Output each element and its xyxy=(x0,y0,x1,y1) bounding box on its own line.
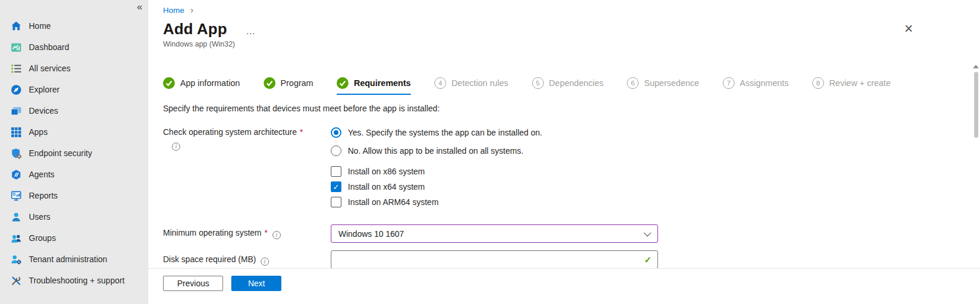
page-subtitle: Windows app (Win32) xyxy=(163,40,956,48)
sidebar-item-explorer[interactable]: Explorer xyxy=(0,79,148,100)
step-label: Detection rules xyxy=(451,78,509,88)
sidebar-item-users[interactable]: Users xyxy=(0,206,148,227)
checkbox-install-x86[interactable]: ✓ Install on x86 system xyxy=(331,166,658,177)
radio-button[interactable] xyxy=(331,146,341,156)
step-detection-rules: 4 Detection rules xyxy=(434,77,509,95)
step-label: Dependencies xyxy=(549,78,604,88)
more-options-icon[interactable]: … xyxy=(246,22,257,37)
sidebar-item-all-services[interactable]: All services xyxy=(0,58,148,79)
step-supersedence: 6 Supersedence xyxy=(627,77,699,95)
sidebar-item-troubleshooting[interactable]: Troubleshooting + support xyxy=(0,270,148,291)
sidebar-item-home[interactable]: Home xyxy=(0,15,148,37)
dashboard-icon xyxy=(11,42,22,53)
checkbox-label: Install on ARM64 system xyxy=(348,197,438,207)
step-review-create: 8 Review + create xyxy=(812,77,891,95)
step-number-badge: 7 xyxy=(723,77,735,89)
radio-button[interactable] xyxy=(331,127,341,138)
sidebar-item-label: Apps xyxy=(29,127,48,137)
minimum-os-selected-value: Windows 10 1607 xyxy=(338,229,404,239)
step-number-badge: 4 xyxy=(434,77,446,89)
sidebar-item-endpoint-security[interactable]: Endpoint security xyxy=(0,143,148,164)
previous-button[interactable]: Previous xyxy=(163,276,223,291)
step-number-badge: 5 xyxy=(532,77,544,89)
step-complete-icon xyxy=(337,77,348,89)
chevron-down-icon xyxy=(644,229,652,237)
sidebar-item-label: Reports xyxy=(29,191,58,200)
disk-space-label: Disk space required (MB) xyxy=(163,255,256,264)
sidebar-item-label: Groups xyxy=(29,233,56,243)
sidebar-item-label: Dashboard xyxy=(29,42,69,52)
sidebar: « Home Dashboard All services Explorer D… xyxy=(0,0,148,304)
info-icon[interactable]: i xyxy=(172,143,180,151)
radio-label: Yes. Specify the systems the app can be … xyxy=(348,128,542,137)
troubleshooting-icon xyxy=(11,275,22,286)
info-icon[interactable]: i xyxy=(261,257,269,266)
collapse-sidebar-icon[interactable]: « xyxy=(137,1,142,13)
tenant-administration-icon xyxy=(11,254,22,265)
sidebar-item-label: Home xyxy=(29,21,51,31)
agents-icon xyxy=(11,169,22,180)
os-architecture-label: Check operating system architecture xyxy=(163,127,297,137)
checkbox-label: Install on x64 system xyxy=(348,182,425,191)
sidebar-item-label: Devices xyxy=(29,106,58,115)
vertical-scrollbar[interactable] xyxy=(973,65,979,265)
step-requirements[interactable]: Requirements xyxy=(337,77,411,95)
sidebar-item-agents[interactable]: Agents xyxy=(0,164,148,185)
sidebar-item-apps[interactable]: Apps xyxy=(0,121,148,143)
sidebar-item-label: All services xyxy=(29,64,71,73)
step-label: Review + create xyxy=(829,78,891,88)
sidebar-item-label: Tenant administration xyxy=(29,255,107,264)
sidebar-item-label: Endpoint security xyxy=(29,148,92,158)
sidebar-item-label: Users xyxy=(29,212,51,222)
breadcrumb-separator-icon: › xyxy=(191,5,194,15)
checkbox[interactable]: ✓ xyxy=(331,197,341,207)
page-title: Add App xyxy=(163,20,227,38)
wizard-content: Home › Add App … Windows app (Win32) App… xyxy=(148,0,980,268)
required-asterisk: * xyxy=(300,127,303,137)
step-app-information[interactable]: App information xyxy=(163,77,240,95)
disk-space-input[interactable] xyxy=(331,250,658,268)
step-program[interactable]: Program xyxy=(264,77,314,95)
sidebar-item-tenant-administration[interactable]: Tenant administration xyxy=(0,249,148,270)
step-complete-icon xyxy=(163,77,175,89)
sidebar-item-label: Explorer xyxy=(29,85,59,94)
checkbox[interactable]: ✓ xyxy=(331,181,341,192)
step-assignments: 7 Assignments xyxy=(723,77,789,95)
home-icon xyxy=(11,21,22,32)
info-icon[interactable]: i xyxy=(273,231,281,239)
explorer-icon xyxy=(11,84,22,95)
groups-icon xyxy=(11,233,22,244)
minimum-os-label: Minimum operating system xyxy=(163,228,261,237)
checkbox-install-arm64[interactable]: ✓ Install on ARM64 system xyxy=(331,197,658,207)
required-asterisk: * xyxy=(264,228,267,237)
sidebar-item-label: Agents xyxy=(29,170,55,179)
wizard-steps: App information Program Requirements 4 D… xyxy=(163,77,956,95)
radio-no-all-systems[interactable]: No. Allow this app to be installed on al… xyxy=(331,146,658,156)
step-label: App information xyxy=(180,78,240,88)
breadcrumb-home-link[interactable]: Home xyxy=(163,6,184,15)
sidebar-item-groups[interactable]: Groups xyxy=(0,227,148,249)
main-panel: × Home › Add App … Windows app (Win32) A… xyxy=(148,0,980,304)
field-valid-check-icon: ✓ xyxy=(644,255,652,265)
sidebar-item-reports[interactable]: Reports xyxy=(0,185,148,206)
step-complete-icon xyxy=(264,77,275,89)
checkbox[interactable]: ✓ xyxy=(331,166,341,177)
scrollbar-thumb[interactable] xyxy=(974,72,978,138)
step-label: Supersedence xyxy=(644,78,699,88)
step-label: Assignments xyxy=(740,78,789,88)
checkbox-install-x64[interactable]: ✓ Install on x64 system xyxy=(331,181,658,192)
sidebar-item-devices[interactable]: Devices xyxy=(0,100,148,121)
reports-icon xyxy=(11,190,22,201)
step-label: Program xyxy=(281,78,314,88)
step-number-badge: 8 xyxy=(812,77,824,89)
apps-icon xyxy=(11,127,22,138)
sidebar-item-dashboard[interactable]: Dashboard xyxy=(0,37,148,58)
breadcrumb: Home › xyxy=(163,5,956,15)
scroll-up-icon[interactable] xyxy=(973,65,979,68)
step-label: Requirements xyxy=(354,78,411,88)
next-button[interactable]: Next xyxy=(231,276,281,291)
minimum-os-select[interactable]: Windows 10 1607 xyxy=(331,224,658,243)
endpoint-security-icon xyxy=(11,148,22,159)
all-services-icon xyxy=(11,63,22,74)
radio-yes-specify-systems[interactable]: Yes. Specify the systems the app can be … xyxy=(331,127,658,138)
